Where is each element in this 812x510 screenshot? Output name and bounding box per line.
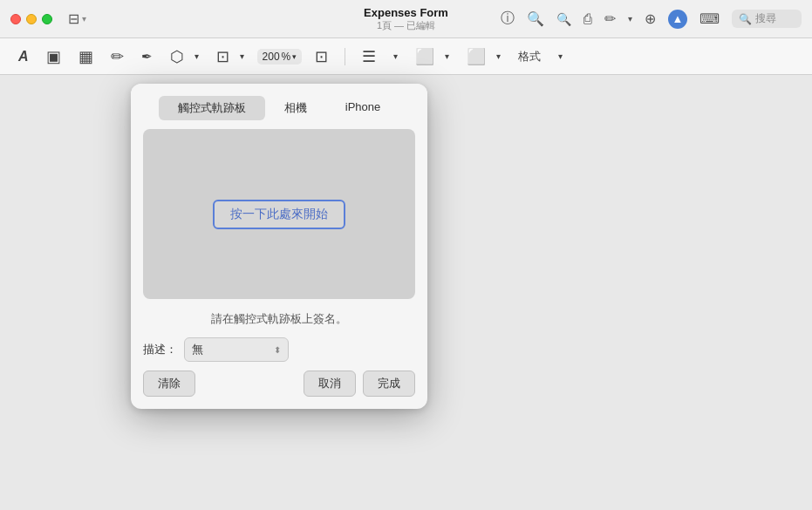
style-chevron-icon[interactable]: ▾ xyxy=(492,49,505,64)
tab-trackpad[interactable]: 觸控式軌跡板 xyxy=(159,96,265,120)
footer-right: 取消 完成 xyxy=(304,371,415,397)
dialog-tabs: 觸控式軌跡板 相機 iPhone xyxy=(131,84,427,129)
tab-iphone[interactable]: iPhone xyxy=(326,96,399,120)
zoom-value: 200 xyxy=(263,51,280,63)
signature-dialog: 觸控式軌跡板 相機 iPhone 按一下此處來開始 請在觸控式軌跡板上簽名。 描… xyxy=(131,84,427,409)
view-icon[interactable]: ⊡ xyxy=(310,44,332,69)
sidebar-chevron-icon: ▾ xyxy=(82,14,86,24)
search-label: 搜尋 xyxy=(755,11,776,26)
signature-start-button[interactable]: 按一下此處來開始 xyxy=(213,200,345,229)
instruction-text: 請在觸控式軌跡板上簽名。 xyxy=(131,306,427,337)
format-chevron-icon[interactable]: ▾ xyxy=(554,49,567,64)
align-chevron-icon[interactable]: ▾ xyxy=(389,49,402,64)
cancel-button[interactable]: 取消 xyxy=(304,371,356,397)
close-button[interactable] xyxy=(10,14,21,24)
zoom-unit: % xyxy=(282,51,291,63)
annotate-icon[interactable]: ▲ xyxy=(668,10,687,29)
zoom-chevron-icon: ▾ xyxy=(292,52,297,61)
titlebar-icons: ⓘ 🔍 🔍 ⎙ ✏ ▾ ⊕ ▲ ⌨ 🔍 搜尋 xyxy=(501,10,802,29)
document-title: Expenses Form xyxy=(364,6,448,19)
toolbar: A ▣ ▦ ✏ ✒ ⬡ ▾ ⊡ ▾ 200 % ▾ ⊡ ☰ ▾ ⬜ ▾ ⬜ ▾ … xyxy=(0,38,812,75)
document-subtitle: 1頁 — 已編輯 xyxy=(364,19,448,32)
table-icon[interactable]: ▣ xyxy=(42,44,65,69)
sidebar-toggle[interactable]: ⊟ ▾ xyxy=(68,10,86,27)
keyboard-icon[interactable]: ⌨ xyxy=(699,10,720,27)
main-canvas: 觸控式軌跡板 相機 iPhone 按一下此處來開始 請在觸控式軌跡板上簽名。 描… xyxy=(0,75,812,510)
dialog-footer: 清除 取消 完成 xyxy=(131,371,427,398)
minimize-button[interactable] xyxy=(26,14,37,24)
search-icon: 🔍 xyxy=(739,13,752,25)
border-chevron-icon[interactable]: ▾ xyxy=(440,49,454,64)
done-button[interactable]: 完成 xyxy=(363,371,415,397)
search-area[interactable]: 🔍 搜尋 xyxy=(732,10,802,28)
description-select[interactable]: 無 ⬍ xyxy=(184,337,289,362)
chart-icon[interactable]: ▦ xyxy=(74,44,98,69)
maximize-button[interactable] xyxy=(42,14,52,24)
textbox-chevron-icon[interactable]: ▾ xyxy=(235,49,249,64)
draw-icon[interactable]: ✒ xyxy=(137,46,157,67)
tab-camera[interactable]: 相機 xyxy=(265,96,326,120)
zoom-control[interactable]: 200 % ▾ xyxy=(257,49,303,65)
border-icon[interactable]: ⬜ xyxy=(411,44,439,69)
format-label[interactable]: 格式 xyxy=(514,46,545,67)
pen-chevron-icon[interactable]: ▾ xyxy=(628,14,632,24)
annotation-icon[interactable]: ✏ xyxy=(106,44,128,69)
text-group: ⊡ ▾ xyxy=(212,44,249,69)
titlebar-center: Expenses Form 1頁 — 已編輯 xyxy=(364,6,448,32)
pen-icon[interactable]: ✏ xyxy=(604,10,616,27)
align-icon[interactable]: ☰ xyxy=(358,44,380,69)
clear-button[interactable]: 清除 xyxy=(143,371,195,397)
select-arrows-icon: ⬍ xyxy=(274,345,281,355)
zoom-in-icon[interactable]: 🔍 xyxy=(556,12,571,26)
border-group: ⬜ ▾ xyxy=(411,44,454,69)
zoom-out-icon[interactable]: 🔍 xyxy=(527,10,544,27)
description-row: 描述： 無 ⬍ xyxy=(131,337,427,371)
share-icon[interactable]: ⎙ xyxy=(583,11,592,27)
style-group: ⬜ ▾ xyxy=(462,44,505,69)
toolbar-divider-1 xyxy=(345,48,345,65)
insert-group: ⬡ ▾ xyxy=(166,44,203,69)
textbox-icon[interactable]: ⊡ xyxy=(212,44,234,69)
info-icon[interactable]: ⓘ xyxy=(501,10,515,28)
shape-icon[interactable]: ⬡ xyxy=(166,44,188,69)
description-value: 無 xyxy=(192,342,203,357)
sidebar-icon: ⊟ xyxy=(68,10,79,27)
signature-canvas[interactable]: 按一下此處來開始 xyxy=(143,129,415,299)
description-label: 描述： xyxy=(143,342,177,357)
traffic-lights xyxy=(10,14,52,24)
add-page-icon[interactable]: ⊕ xyxy=(645,10,656,27)
shape-chevron-icon[interactable]: ▾ xyxy=(190,49,203,64)
titlebar: ⊟ ▾ Expenses Form 1頁 — 已編輯 ⓘ 🔍 🔍 ⎙ ✏ ▾ ⊕… xyxy=(0,0,812,38)
style-icon[interactable]: ⬜ xyxy=(462,44,490,69)
text-tool-icon[interactable]: A xyxy=(14,46,33,67)
